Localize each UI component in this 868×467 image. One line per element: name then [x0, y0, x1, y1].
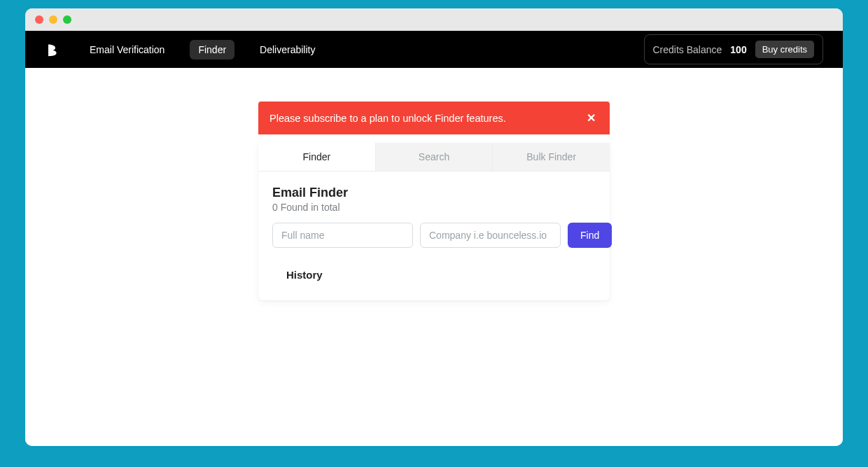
- window-minimize-button[interactable]: [49, 15, 57, 24]
- credits-box: Credits Balance 100 Buy credits: [644, 34, 824, 64]
- credits-label: Credits Balance: [653, 44, 722, 55]
- finder-form-row: Find: [272, 223, 596, 248]
- tab-search[interactable]: Search: [376, 143, 493, 171]
- company-input[interactable]: [420, 223, 561, 248]
- finder-subtitle: 0 Found in total: [272, 202, 596, 213]
- finder-tabs: Finder Search Bulk Finder: [258, 143, 610, 172]
- nav-email-verification[interactable]: Email Verification: [81, 40, 173, 60]
- brand-logo-icon: [45, 43, 59, 57]
- app-window: Email Verification Finder Deliverability…: [25, 8, 843, 446]
- window-maximize-button[interactable]: [63, 15, 71, 24]
- window-close-button[interactable]: [35, 15, 43, 24]
- main-panel: Please subscribe to a plan to unlock Fin…: [258, 102, 610, 446]
- alert-message: Please subscribe to a plan to unlock Fin…: [270, 113, 506, 124]
- history-heading: History: [286, 269, 596, 281]
- tab-bulk-finder[interactable]: Bulk Finder: [493, 143, 610, 171]
- full-name-input[interactable]: [272, 223, 413, 248]
- card-body: Email Finder 0 Found in total Find Histo…: [258, 172, 610, 300]
- tab-finder[interactable]: Finder: [258, 143, 376, 171]
- finder-title: Email Finder: [272, 186, 596, 200]
- buy-credits-button[interactable]: Buy credits: [755, 41, 814, 58]
- alert-close-icon[interactable]: ✕: [584, 111, 598, 125]
- find-button[interactable]: Find: [568, 223, 612, 248]
- credits-amount: 100: [730, 44, 746, 55]
- top-nav: Email Verification Finder Deliverability…: [25, 31, 843, 68]
- finder-card: Finder Search Bulk Finder Email Finder 0…: [258, 143, 610, 300]
- nav-deliverability[interactable]: Deliverability: [251, 40, 323, 60]
- window-title-bar: [25, 8, 843, 31]
- content-area: Please subscribe to a plan to unlock Fin…: [25, 68, 843, 446]
- subscription-alert: Please subscribe to a plan to unlock Fin…: [258, 102, 610, 134]
- nav-finder[interactable]: Finder: [190, 40, 234, 60]
